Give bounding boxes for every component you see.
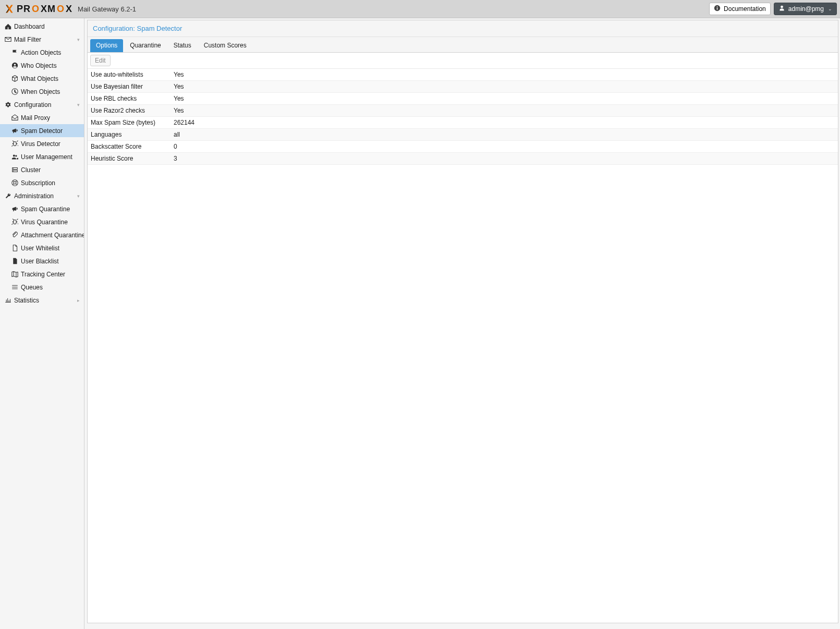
chevron-down-icon: ⌄ — [828, 6, 832, 11]
product-version: Mail Gateway 6.2-1 — [78, 5, 136, 13]
nav-when-objects[interactable]: When Objects — [0, 85, 84, 98]
nav-attachment-quarantine[interactable]: Attachment Quarantine — [0, 228, 84, 241]
option-value: Yes — [171, 105, 838, 117]
bullhorn-icon — [11, 205, 18, 213]
footer-splitter — [87, 623, 838, 627]
main-content: Configuration: Spam Detector OptionsQuar… — [84, 18, 840, 629]
server-icon — [11, 166, 18, 174]
nav-label: Mail Filter — [14, 36, 41, 43]
documentation-label: Documentation — [724, 5, 766, 13]
wrench-icon — [4, 192, 11, 200]
dashboard-icon — [4, 23, 11, 30]
user-circle-icon — [11, 62, 18, 69]
nav-label: Spam Quarantine — [21, 205, 70, 213]
nav-virus-quarantine[interactable]: Virus Quarantine — [0, 215, 84, 228]
file-icon — [11, 245, 18, 252]
caret-down-icon: ▾ — [77, 102, 80, 107]
nav-what-objects[interactable]: What Objects — [0, 72, 84, 85]
info-icon — [714, 5, 721, 13]
nav-label: Action Objects — [21, 49, 61, 56]
option-row[interactable]: Use Razor2 checksYes — [88, 105, 838, 117]
nav-label: Statistics — [14, 297, 39, 304]
nav-subscription[interactable]: Subscription — [0, 176, 84, 189]
nav-label: Subscription — [21, 179, 55, 187]
option-value: Yes — [171, 69, 838, 81]
nav-label: Cluster — [21, 166, 41, 174]
option-row[interactable]: Use Bayesian filterYes — [88, 81, 838, 93]
nav-label: Who Objects — [21, 62, 57, 69]
logo-text-5: X — [66, 4, 72, 15]
logo: PROXMOX — [4, 4, 72, 15]
chart-icon — [4, 297, 11, 304]
flag-icon — [11, 49, 18, 56]
bug-icon — [11, 219, 18, 226]
bug-icon — [11, 140, 18, 148]
tab-quarantine[interactable]: Quarantine — [124, 39, 166, 52]
option-row[interactable]: Heuristic Score3 — [88, 153, 838, 165]
nav-statistics[interactable]: Statistics▸ — [0, 294, 84, 307]
nav-mail-proxy[interactable]: Mail Proxy — [0, 111, 84, 124]
tab-bar: OptionsQuarantineStatusCustom Scores — [88, 37, 838, 53]
life-ring-icon — [11, 179, 18, 187]
user-label: admin@pmg — [788, 5, 824, 13]
nav-label: Configuration — [14, 101, 51, 108]
tab-custom-scores[interactable]: Custom Scores — [198, 39, 252, 52]
nav-label: When Objects — [21, 88, 60, 95]
option-label: Heuristic Score — [88, 153, 171, 165]
option-row[interactable]: Languagesall — [88, 129, 838, 141]
documentation-button[interactable]: Documentation — [709, 3, 771, 15]
nav-spam-detector[interactable]: Spam Detector — [0, 124, 84, 137]
option-label: Languages — [88, 129, 171, 141]
option-label: Use RBL checks — [88, 93, 171, 105]
option-value: 262144 — [171, 117, 838, 129]
nav-who-objects[interactable]: Who Objects — [0, 59, 84, 72]
nav-user-management[interactable]: User Management — [0, 150, 84, 163]
nav-administration[interactable]: Administration▾ — [0, 189, 84, 202]
nav-user-blacklist[interactable]: User Blacklist — [0, 255, 84, 268]
nav-label: Dashboard — [14, 23, 45, 30]
logo-text-4: O — [57, 4, 65, 15]
caret-down-icon: ▾ — [77, 193, 80, 199]
nav-configuration[interactable]: Configuration▾ — [0, 98, 84, 111]
option-row[interactable]: Use RBL checksYes — [88, 93, 838, 105]
nav-label: What Objects — [21, 75, 58, 82]
nav-tracking-center[interactable]: Tracking Center — [0, 268, 84, 281]
nav-label: Virus Quarantine — [21, 219, 68, 226]
nav-cluster[interactable]: Cluster — [0, 163, 84, 176]
bars-icon — [11, 284, 18, 291]
option-value: 3 — [171, 153, 838, 165]
cube-icon — [11, 75, 18, 82]
options-grid[interactable]: Use auto-whitelistsYesUse Bayesian filte… — [88, 69, 838, 623]
nav-queues[interactable]: Queues — [0, 281, 84, 294]
nav-dashboard[interactable]: Dashboard — [0, 20, 84, 33]
nav-label: Tracking Center — [21, 271, 65, 278]
nav-action-objects[interactable]: Action Objects — [0, 46, 84, 59]
nav-label: Queues — [21, 284, 43, 291]
nav-label: Mail Proxy — [21, 114, 50, 122]
tab-status[interactable]: Status — [168, 39, 197, 52]
paperclip-icon — [11, 232, 18, 239]
option-value: 0 — [171, 141, 838, 153]
logo-text-3: XM — [41, 4, 56, 15]
option-row[interactable]: Backscatter Score0 — [88, 141, 838, 153]
nav-spam-quarantine[interactable]: Spam Quarantine — [0, 202, 84, 215]
nav-label: Spam Detector — [21, 127, 63, 135]
clock-icon — [11, 88, 18, 95]
cogs-icon — [4, 101, 11, 108]
file-solid-icon — [11, 258, 18, 265]
sidebar: DashboardMail Filter▾Action ObjectsWho O… — [0, 18, 84, 629]
nav-user-whitelist[interactable]: User Whitelist — [0, 241, 84, 255]
option-row[interactable]: Use auto-whitelistsYes — [88, 69, 838, 81]
logo-text-1: PR — [17, 4, 31, 15]
tab-options[interactable]: Options — [90, 39, 123, 52]
option-row[interactable]: Max Spam Size (bytes)262144 — [88, 117, 838, 129]
option-label: Use Razor2 checks — [88, 105, 171, 117]
nav-label: Attachment Quarantine — [21, 232, 84, 239]
nav-mail-filter[interactable]: Mail Filter▾ — [0, 33, 84, 46]
header: PROXMOX Mail Gateway 6.2-1 Documentation… — [0, 0, 840, 18]
nav-virus-detector[interactable]: Virus Detector — [0, 137, 84, 150]
config-panel: Configuration: Spam Detector OptionsQuar… — [87, 20, 838, 623]
edit-button[interactable]: Edit — [90, 55, 111, 66]
user-menu-button[interactable]: admin@pmg ⌄ — [774, 3, 837, 15]
option-value: all — [171, 129, 838, 141]
